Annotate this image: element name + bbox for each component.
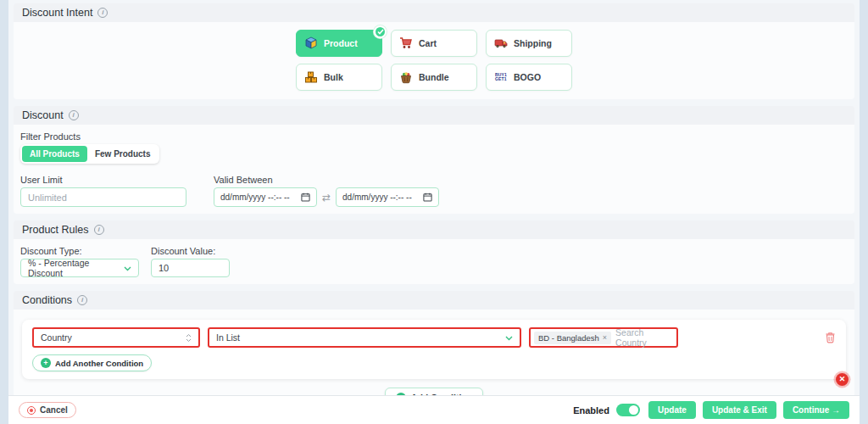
intent-option-bulk[interactable]: Bulk xyxy=(296,64,382,91)
intent-option-product[interactable]: Product xyxy=(296,30,382,57)
continue-button[interactable]: Continue → xyxy=(783,401,849,419)
info-icon[interactable]: i xyxy=(94,225,104,235)
enabled-toggle[interactable] xyxy=(616,404,640,416)
country-tag-input[interactable]: BD - Bangladesh × Search Country xyxy=(529,327,678,348)
intent-option-bundle[interactable]: Bundle xyxy=(391,64,477,91)
intent-option-bogo[interactable]: BUY1GET1 BOGO xyxy=(486,64,572,91)
update-exit-button[interactable]: Update & Exit xyxy=(703,401,776,419)
date-placeholder: dd/mm/yyyy --:-- -- xyxy=(342,192,420,202)
conditions-header: Conditions i xyxy=(14,291,854,310)
country-tag-label: BD - Bangladesh xyxy=(538,333,599,343)
discount-intent-header: Discount Intent i xyxy=(14,3,854,22)
section-discount-intent: Discount Intent i Product xyxy=(14,3,854,99)
calendar-icon[interactable] xyxy=(301,190,310,205)
intent-option-label: Bulk xyxy=(324,72,343,82)
swap-arrows-icon: ⇄ xyxy=(322,192,331,204)
intent-options: Product Cart Shipping xyxy=(14,22,854,99)
user-limit-label: User Limit xyxy=(20,175,186,185)
remove-tag-icon[interactable]: × xyxy=(603,333,607,342)
condition-field-value: Country xyxy=(41,332,186,343)
condition-row: Country In List BD - Bangladesh × xyxy=(32,327,836,348)
valid-to-input[interactable]: dd/mm/yyyy --:-- -- xyxy=(336,187,439,207)
valid-between-label: Valid Between xyxy=(214,175,439,185)
date-placeholder: dd/mm/yyyy --:-- -- xyxy=(220,192,298,202)
chevron-down-icon xyxy=(124,263,131,273)
bundle-basket-icon xyxy=(399,70,413,84)
info-icon[interactable]: i xyxy=(69,110,79,120)
cart-icon xyxy=(399,36,413,50)
intent-option-label: BOGO xyxy=(514,72,541,82)
footer-action-bar: Cancel Enabled Update Update & Exit Cont… xyxy=(8,395,860,424)
filter-products-toggle: All Products Few Products xyxy=(20,144,159,164)
user-limit-input[interactable] xyxy=(20,187,186,207)
info-icon[interactable]: i xyxy=(77,295,87,305)
section-title: Discount xyxy=(22,109,64,121)
delete-condition-button[interactable] xyxy=(825,332,836,343)
discount-type-value: % - Percentage Discount xyxy=(28,258,124,278)
discount-value-input[interactable] xyxy=(151,259,230,277)
bulk-boxes-icon xyxy=(304,70,318,84)
discount-value-label: Discount Value: xyxy=(151,246,230,256)
section-title: Product Rules xyxy=(22,224,89,236)
stepper-icon xyxy=(186,334,192,342)
bogo-buy1get1-icon: BUY1GET1 xyxy=(494,70,508,84)
add-another-condition-button[interactable]: + Add Another Condition xyxy=(32,354,152,371)
filter-products-label: Filter Products xyxy=(20,131,848,142)
search-country-placeholder: Search Country xyxy=(615,327,673,348)
product-rules-header: Product Rules i xyxy=(14,220,854,239)
cancel-button[interactable]: Cancel xyxy=(19,402,76,418)
plus-icon: + xyxy=(41,358,51,368)
product-box-icon xyxy=(304,36,318,50)
condition-operator-select[interactable]: In List xyxy=(208,327,521,348)
condition-field-select[interactable]: Country xyxy=(32,327,200,348)
shipping-truck-icon xyxy=(494,36,508,50)
discount-type-select[interactable]: % - Percentage Discount xyxy=(20,259,139,277)
info-icon[interactable]: i xyxy=(97,8,108,18)
condition-group-panel: Country In List BD - Bangladesh × xyxy=(22,320,846,379)
chevron-down-icon xyxy=(505,332,513,343)
section-title: Conditions xyxy=(22,294,72,306)
intent-option-cart[interactable]: Cart xyxy=(391,30,477,57)
country-tag: BD - Bangladesh × xyxy=(534,332,611,344)
section-discount: Discount i Filter Products All Products … xyxy=(14,106,854,214)
discount-header: Discount i xyxy=(14,106,854,125)
intent-option-shipping[interactable]: Shipping xyxy=(486,30,572,57)
enabled-label: Enabled xyxy=(573,405,609,416)
section-product-rules: Product Rules i Discount Type: % - Perce… xyxy=(14,220,854,284)
cancel-circle-icon xyxy=(27,406,36,415)
intent-option-label: Cart xyxy=(419,38,437,48)
intent-option-label: Shipping xyxy=(514,38,552,48)
section-title: Discount Intent xyxy=(22,7,92,19)
selected-check-icon xyxy=(374,25,387,38)
cancel-label: Cancel xyxy=(40,405,68,415)
few-products-option[interactable]: Few Products xyxy=(87,146,159,162)
intent-option-label: Product xyxy=(324,38,358,48)
intent-option-label: Bundle xyxy=(419,72,449,82)
all-products-option[interactable]: All Products xyxy=(22,146,87,162)
condition-operator-value: In List xyxy=(216,332,505,343)
discount-type-label: Discount Type: xyxy=(20,246,139,256)
update-button[interactable]: Update xyxy=(648,401,696,419)
valid-from-input[interactable]: dd/mm/yyyy --:-- -- xyxy=(214,187,317,207)
remove-condition-group-icon[interactable]: ✕ xyxy=(836,373,849,386)
discount-editor-page: Discount Intent i Product xyxy=(8,0,860,424)
calendar-icon[interactable] xyxy=(423,190,432,205)
add-another-condition-label: Add Another Condition xyxy=(55,359,143,368)
